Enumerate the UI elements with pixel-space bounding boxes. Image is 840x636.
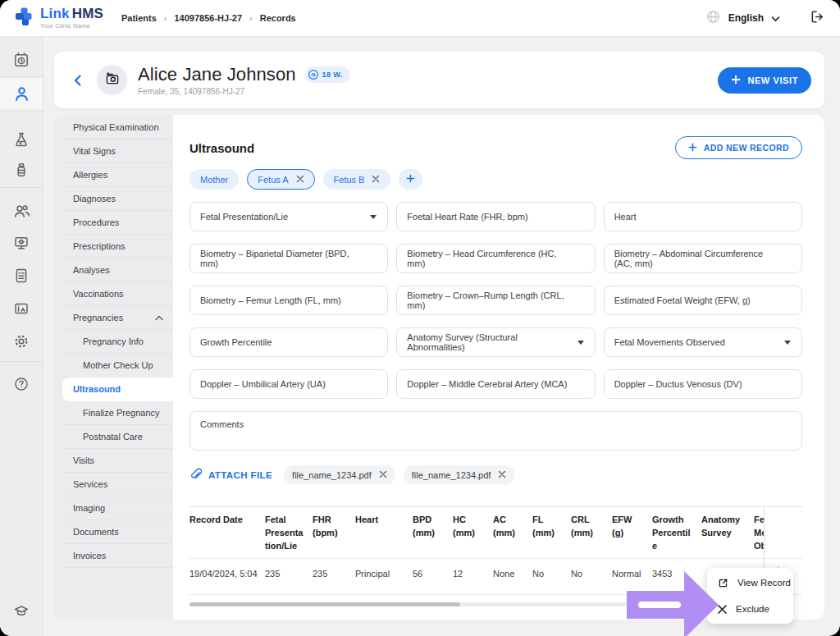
nav-item-allergies[interactable]: Allergies: [63, 163, 173, 187]
add-new-record-button[interactable]: ADD NEW RECORD: [675, 136, 802, 159]
nav-item-label: Services: [73, 479, 107, 489]
brand-cross-icon: [13, 7, 34, 30]
nav-item-ultrasound[interactable]: Ultrasound: [62, 377, 173, 401]
language-label: English: [728, 12, 764, 24]
new-visit-button[interactable]: NEW VISIT: [718, 67, 811, 94]
tab-fetus-b[interactable]: Fetus B: [323, 169, 391, 190]
table-header-cell: Anatomy Survey: [701, 514, 754, 553]
field-label: Biometry – Head Circumference (HC, mm): [407, 249, 573, 268]
nav-item-pregnancy-info[interactable]: Pregnancy Info: [63, 330, 173, 354]
row-context-menu: View RecordExclude: [707, 568, 793, 624]
horizontal-scrollbar: [189, 602, 763, 606]
plus-icon: [731, 75, 741, 86]
nav-item-invoices[interactable]: Invoices: [63, 544, 173, 568]
field-foetal-heart-rate-fhr-bpm[interactable]: Foetal Heart Rate (FHR, bpm): [396, 202, 595, 231]
tab-fetus-a[interactable]: Fetus A: [247, 169, 314, 190]
dashboard-icon[interactable]: [0, 299, 43, 318]
menu-item-view-record[interactable]: View Record: [707, 570, 793, 596]
logout-button[interactable]: [810, 9, 825, 28]
close-icon[interactable]: [379, 470, 387, 480]
workstation-icon[interactable]: [0, 233, 43, 253]
nav-item-vaccinations[interactable]: Vaccinations: [63, 282, 173, 306]
records-nav: Physical ExaminationVital SignsAllergies…: [54, 115, 173, 620]
lab-icon[interactable]: [0, 130, 43, 149]
patient-photo-upload[interactable]: [97, 65, 127, 95]
close-icon[interactable]: [498, 470, 506, 480]
attach-file-button[interactable]: ATTACH FILE: [189, 467, 276, 483]
nav-item-vital-signs[interactable]: Vital Signs: [63, 140, 173, 163]
education-icon[interactable]: [0, 602, 43, 621]
field-doppler-middle-cerebral-artery-mca[interactable]: Doppler – Middle Cerebral Artery (MCA): [396, 369, 595, 399]
settings-icon[interactable]: [0, 332, 43, 351]
section-title: Ultrasound: [189, 141, 254, 155]
back-button[interactable]: [72, 74, 84, 87]
close-icon[interactable]: [372, 175, 380, 185]
plus-icon: [406, 174, 415, 185]
field-growth-percentile[interactable]: Growth Percentile: [189, 327, 388, 357]
field-label: Growth Percentile: [200, 337, 272, 347]
add-subject-button[interactable]: [399, 169, 422, 190]
nav-item-mother-check-up[interactable]: Mother Check Up: [63, 354, 173, 377]
brand-logo[interactable]: LinkHMS Your Clinic Name: [0, 7, 108, 30]
table-cell: 235: [265, 568, 313, 581]
field-biometry-crown-rump-length-crl-mm[interactable]: Biometry – Crown–Rump Length (CRL, mm): [396, 286, 595, 315]
field-label: Biometry – Femur Length (FL, mm): [200, 295, 341, 305]
attached-file-chip[interactable]: file_name_1234.pdf: [404, 465, 515, 484]
nav-item-visits[interactable]: Visits: [63, 449, 173, 473]
nav-item-finalize-pregnancy[interactable]: Finalize Pregnancy: [63, 401, 173, 425]
breadcrumb-item[interactable]: 14097856-HJ-27: [174, 13, 242, 23]
tab-mother[interactable]: Mother: [189, 169, 239, 190]
pregnancy-week-badge: 18 W.: [304, 66, 350, 83]
patients-icon[interactable]: [0, 78, 43, 109]
nav-item-postnatal-care[interactable]: Postnatal Care: [63, 425, 173, 449]
table-header-cell: AC (mm): [493, 514, 532, 553]
nav-item-physical-examination[interactable]: Physical Examination: [63, 116, 173, 140]
nav-item-imaging[interactable]: Imaging: [63, 496, 173, 520]
field-label: Biometry – Crown–Rump Length (CRL, mm): [407, 291, 573, 310]
table-header-cell: Heart: [355, 514, 413, 553]
table-cell: No: [532, 568, 571, 581]
field-estimated-foetal-weight-efw-g[interactable]: Estimated Foetal Weight (EFW, g): [604, 286, 802, 315]
file-name: file_name_1234.pdf: [292, 470, 372, 480]
field-fetal-presentation-lie[interactable]: Fetal Presentation/Lie: [189, 202, 388, 231]
help-icon[interactable]: [0, 374, 43, 394]
reports-icon[interactable]: [0, 266, 43, 286]
field-biometry-femur-length-fl-mm[interactable]: Biometry – Femur Length (FL, mm): [189, 286, 388, 315]
field-biometry-biparietal-diameter-bpd-mm[interactable]: Biometry – Biparietal Diameter (BPD, mm): [189, 244, 388, 273]
nav-item-label: Ultrasound: [73, 384, 121, 394]
nav-item-label: Analyses: [73, 265, 110, 275]
menu-item-exclude[interactable]: Exclude: [707, 596, 793, 622]
attached-file-chip[interactable]: file_name_1234.pdf: [284, 465, 395, 484]
schedule-icon[interactable]: [0, 50, 43, 70]
field-doppler-umbilical-artery-ua[interactable]: Doppler – Umbilical Artery (UA): [189, 369, 388, 399]
nav-item-pregnancies[interactable]: Pregnancies: [63, 306, 173, 330]
table-header-row: Record DateFetal Presentation/LieFHR (bp…: [189, 507, 802, 558]
nav-item-documents[interactable]: Documents: [63, 520, 173, 544]
field-biometry-head-circumference-hc-mm[interactable]: Biometry – Head Circumference (HC, mm): [396, 244, 595, 273]
table-header-cell: FHR (bpm): [313, 514, 355, 553]
nav-item-analyses[interactable]: Analyses: [63, 259, 173, 282]
staff-icon[interactable]: [0, 201, 43, 221]
comments-field[interactable]: Comments: [189, 411, 802, 451]
pharmacy-icon[interactable]: [0, 160, 43, 180]
table-header-cell: HC (mm): [453, 514, 493, 553]
field-label: Biometry – Abdominal Circumference (AC, …: [614, 249, 780, 268]
field-doppler-ductus-venosus-dv[interactable]: Doppler – Ductus Venosus (DV): [604, 369, 802, 399]
language-selector[interactable]: English: [705, 9, 780, 28]
field-label: Heart: [614, 212, 637, 222]
breadcrumb-item[interactable]: Patients: [121, 13, 157, 23]
field-heart[interactable]: Heart: [604, 202, 802, 231]
close-icon[interactable]: [296, 175, 304, 185]
table-header-cell: BPD (mm): [413, 514, 453, 553]
field-fetal-movements-observed[interactable]: Fetal Movements Observed: [604, 327, 802, 357]
field-anatomy-survey-structural-abnormalities[interactable]: Anatomy Survey (Structural Abnormalities…: [396, 327, 595, 357]
breadcrumb-separator: ›: [249, 13, 253, 23]
breadcrumb-item[interactable]: Records: [260, 13, 296, 23]
records-panel: Physical ExaminationVital SignsAllergies…: [54, 115, 824, 620]
nav-item-prescriptions[interactable]: Prescriptions: [63, 235, 173, 259]
scrollbar-thumb[interactable]: [189, 602, 460, 606]
nav-item-procedures[interactable]: Procedures: [63, 211, 173, 235]
nav-item-services[interactable]: Services: [63, 473, 173, 496]
field-biometry-abdominal-circumference-ac-mm[interactable]: Biometry – Abdominal Circumference (AC, …: [604, 244, 802, 273]
nav-item-diagnoses[interactable]: Diagnoses: [63, 187, 173, 211]
